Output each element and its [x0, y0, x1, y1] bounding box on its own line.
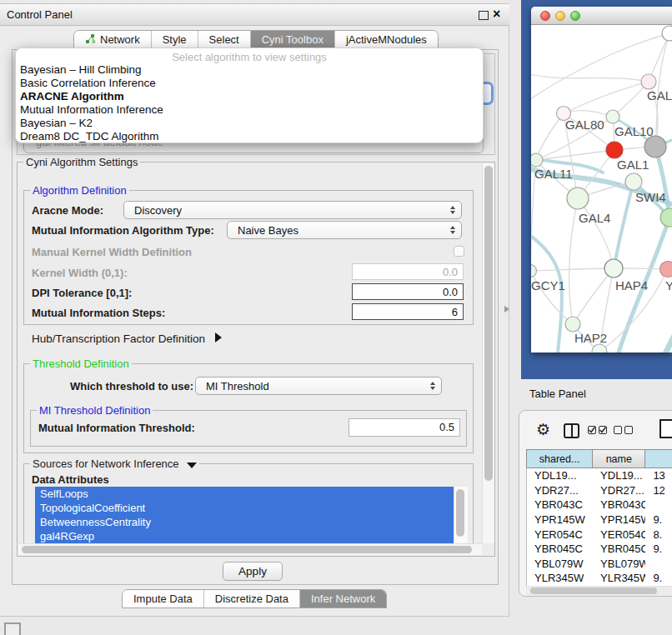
manual-kernel-checkbox[interactable]	[454, 246, 464, 257]
deselect-all-columns-icon[interactable]	[614, 426, 633, 434]
mi-steps-field[interactable]: 6	[352, 303, 464, 320]
sources-group-title[interactable]: Sources for Network Inference	[30, 458, 199, 470]
table-row[interactable]: YER054CYER054C8.	[527, 527, 672, 542]
cell-name: YER054C	[593, 528, 645, 541]
close-icon[interactable]: ×	[493, 7, 500, 22]
aracne-mode-combo[interactable]: Discovery	[123, 201, 462, 219]
attribute-item-selected[interactable]: gal4RGexp	[35, 529, 454, 543]
tab-discretize-data[interactable]: Discretize Data	[204, 590, 300, 608]
network-node-label-gcy1: GCY1	[531, 278, 565, 292]
mi-type-combo[interactable]: Naive Bayes	[227, 221, 462, 239]
cell-value: 9.	[645, 513, 672, 526]
algorithm-option-selected[interactable]: ARACNE Algorithm	[16, 90, 483, 103]
network-node-gal1[interactable]	[606, 142, 623, 158]
apply-button[interactable]: Apply	[223, 562, 283, 581]
network-window-titlebar[interactable]	[531, 7, 672, 25]
dpi-tolerance-field[interactable]: 0.0	[352, 283, 464, 300]
combo-stepper-icon	[450, 226, 461, 234]
network-node-label-gal10: GAL10	[614, 124, 654, 138]
network-node-label-gal-partial: GAL	[647, 88, 672, 102]
algorithm-option[interactable]: Bayesian – K2	[16, 117, 483, 130]
network-node-bottom-node[interactable]	[592, 344, 607, 352]
table-row[interactable]: YDR27...YDR27...12	[527, 483, 672, 498]
tab-cyni-toolbox[interactable]: Cyni Toolbox	[251, 31, 335, 48]
tab-style[interactable]: Style	[152, 31, 198, 48]
network-node-label-hap4: HAP4	[615, 278, 648, 292]
table-row[interactable]: YPR145WYPR145W9.	[527, 512, 672, 528]
combo-stepper-icon	[430, 382, 441, 390]
table-row[interactable]: YDL19...YDL19...13	[527, 468, 672, 483]
tab-cyni-toolbox-label: Cyni Toolbox	[262, 33, 323, 46]
tab-jactivemnodules[interactable]: jActiveMNodules	[335, 31, 438, 48]
column-header-name[interactable]: name	[593, 450, 645, 468]
cell-value: 8.	[645, 528, 672, 541]
kernel-width-field[interactable]: 0.0	[352, 263, 464, 280]
column-layout-icon[interactable]	[564, 423, 579, 438]
network-node-gal4[interactable]	[567, 188, 589, 209]
tab-infer-network[interactable]: Infer Network	[300, 590, 386, 608]
window-zoom-icon[interactable]	[570, 11, 580, 21]
attribute-item-selected[interactable]: SelfLoops	[35, 487, 454, 501]
which-threshold-label: Which threshold to use:	[70, 380, 193, 392]
table-row[interactable]: YBR043CYBR043C	[527, 498, 672, 512]
tab-network[interactable]: Network	[74, 31, 152, 48]
window-close-icon[interactable]	[540, 11, 550, 21]
network-edge	[614, 182, 634, 268]
manual-kernel-label: Manual Kernel Width Definition	[32, 246, 192, 258]
window-minimize-icon[interactable]	[555, 11, 565, 21]
tab-impute-data-label: Impute Data	[133, 592, 193, 605]
chevron-right-icon	[215, 332, 222, 342]
gear-icon[interactable]: ⚙	[536, 422, 550, 438]
aracne-mode-label: Aracne Mode:	[32, 204, 103, 217]
collapsed-panel-icon[interactable]	[4, 622, 21, 635]
table-row[interactable]: YBR045CYBR045C9.	[527, 542, 672, 557]
node-table: shared... name YDL19...YDL19...13 YDR27.…	[526, 449, 672, 586]
cell-value: 9.	[645, 572, 672, 584]
network-edge	[536, 113, 564, 160]
cell-name: YDR27...	[593, 484, 645, 497]
network-edge	[531, 268, 614, 271]
column-header-clipped[interactable]	[645, 450, 672, 468]
column-header-shared-name[interactable]: shared...	[527, 450, 593, 468]
network-edge	[569, 198, 578, 324]
tab-jactivemnodules-label: jActiveMNodules	[346, 33, 427, 46]
table-row[interactable]: YBL079WYBL079W	[527, 557, 672, 572]
network-node-gray-node[interactable]	[644, 136, 666, 158]
algorithm-option[interactable]: Bayesian – Hill Climbing	[16, 63, 483, 77]
network-node-label-gal80: GAL80	[565, 118, 604, 132]
network-node-hap2[interactable]	[565, 317, 580, 332]
cell-shared: YBL079W	[527, 558, 593, 570]
network-canvas[interactable]: GALGAL80GAL10GAL1GAL11SWI4GAL4GCY1HAP4YH…	[531, 25, 672, 352]
network-node-label-hap2: HAP2	[574, 331, 607, 345]
table-row[interactable]: YLR345WYLR345W9.	[527, 571, 672, 586]
settings-hscroll-thumb[interactable]	[22, 546, 472, 553]
which-threshold-combo[interactable]: MI Threshold	[195, 377, 442, 395]
attribute-item-selected[interactable]: TopologicalCoefficient	[35, 501, 454, 515]
mi-threshold-field[interactable]: 0.5	[349, 418, 460, 437]
attributes-vscroll-thumb[interactable]	[456, 489, 464, 537]
hub-definition-toggle[interactable]: Hub/Transcription Factor Definition	[32, 332, 222, 345]
settings-vscroll-thumb[interactable]	[484, 166, 493, 481]
network-node-top-right[interactable]	[662, 26, 672, 41]
network-node-swi4[interactable]	[625, 173, 642, 190]
network-node-gal10[interactable]	[606, 110, 619, 123]
algorithm-option[interactable]: Dream8 DC_TDC Algorithm	[16, 130, 483, 143]
select-all-columns-icon[interactable]	[588, 426, 607, 434]
network-node-hap4[interactable]	[604, 259, 623, 278]
network-node-gal11[interactable]	[531, 153, 543, 167]
chevron-down-icon	[187, 462, 197, 468]
network-node-gcy1[interactable]	[531, 265, 537, 278]
table-hscroll-thumb[interactable]	[530, 588, 657, 594]
algorithm-option[interactable]: Basic Correlation Inference	[16, 77, 483, 90]
tab-impute-data[interactable]: Impute Data	[123, 590, 204, 608]
network-node-gal-partial[interactable]	[641, 74, 656, 89]
network-edge	[654, 315, 672, 352]
network-node-salmon-node[interactable]	[660, 262, 672, 278]
which-threshold-value: MI Threshold	[196, 380, 430, 392]
tab-select[interactable]: Select	[198, 31, 251, 48]
splitpane-collapse-icon[interactable]	[504, 306, 509, 312]
attribute-item-selected[interactable]: BetweennessCentrality	[35, 515, 454, 529]
float-panel-icon[interactable]	[479, 11, 489, 20]
file-icon[interactable]	[659, 419, 672, 438]
algorithm-option[interactable]: Mutual Information Inference	[16, 103, 483, 117]
